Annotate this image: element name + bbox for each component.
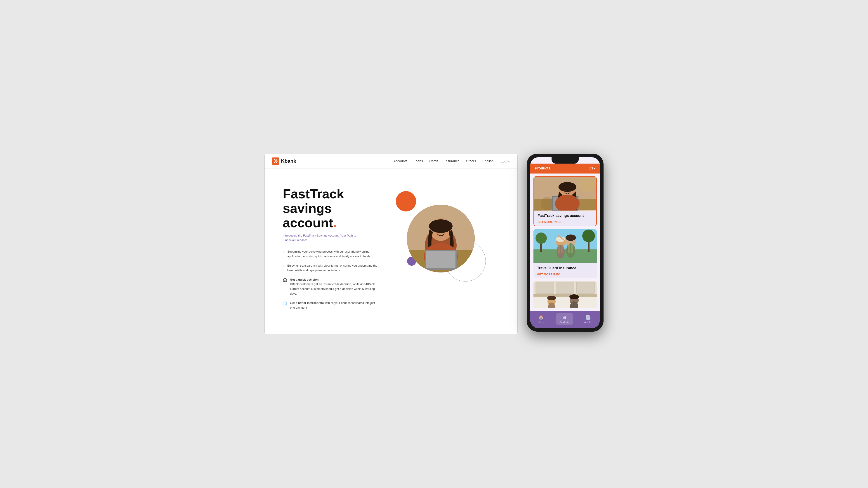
svg-rect-24 [533,250,597,263]
kbank-logo-icon [272,158,279,165]
phone-screen: Products EN ▾ [530,157,600,328]
svg-rect-37 [568,245,570,253]
svg-rect-8 [426,251,456,268]
home-icon: 🏠 [538,315,544,320]
chevron-down-icon: ▾ [594,166,595,170]
card-title-fasttrack: FastTrack savings account [537,214,593,218]
phone-notch [552,157,579,164]
nav-item-english[interactable]: English [483,159,493,163]
hero-subtitle: Introducing the FastTrack Savings Accoun… [283,233,378,242]
nav-bar: Kbank Accounts Loans Cards Insurance Oth… [265,154,518,168]
svg-point-31 [557,245,565,258]
svg-point-49 [569,294,579,299]
svg-point-36 [566,243,575,258]
svg-rect-43 [577,282,594,293]
chart-icon: 📊 [283,301,287,305]
nav-links: Accounts Loans Cards Insurance Others En… [394,159,494,163]
nav-tab-products-label: Products [559,321,569,324]
hero-image-area [378,182,504,295]
articles-icon: 📄 [585,315,591,320]
svg-point-35 [565,234,576,241]
hero-title: FastTrack savings account. [283,187,378,230]
svg-point-9 [436,229,439,232]
feature-list: ↓ Streamline your borrowing process with… [283,250,378,310]
phone-header: Products EN ▾ [530,164,600,173]
hero-image-woman [407,205,475,272]
website-panel: Kbank Accounts Loans Cards Insurance Oth… [265,154,518,334]
nav-item-loans[interactable]: Loans [414,159,423,163]
nav-item-accounts[interactable]: Accounts [394,159,408,163]
product-image-travelguard [533,229,597,263]
phone-products-title: Products [535,166,550,170]
feature-item-4: 📊 Get a better interest rate with all yo… [283,301,378,310]
arrow-down-icon-1: ↓ [283,250,285,254]
phone-lang-selector[interactable]: EN ▾ [589,166,595,170]
arrow-down-icon-2: ↓ [283,264,285,268]
svg-point-46 [547,296,556,300]
card-body-fasttrack: FastTrack savings account GET MORE INFO [534,210,596,226]
nav-item-others[interactable]: Others [466,159,476,163]
nav-tab-articles-label: Articles [584,321,592,324]
nav-item-insurance[interactable]: Insurance [445,159,460,163]
svg-rect-42 [556,282,574,293]
feature-item-2: ↓ Enjoy full transparency with clear ter… [283,263,378,273]
nav-tab-products[interactable]: ⊞ Products [556,313,573,325]
page-wrapper: Kbank Accounts Loans Cards Insurance Oth… [265,154,603,334]
svg-point-10 [443,229,445,232]
product-image-fasttrack [534,177,596,210]
feature-text-3: Get a quick decisionKBank customers get … [290,278,378,296]
svg-point-21 [569,190,570,192]
phone-content: FastTrack savings account GET MORE INFO [530,173,600,311]
logo-container: Kbank [272,158,296,165]
phone-frame: Products EN ▾ [527,154,603,332]
card-title-travelguard: TravelGuard Insurance [537,266,593,270]
svg-point-20 [564,190,566,192]
feature-item-3: 🎧 Get a quick decisionKBank customers ge… [283,278,378,296]
product-card-homeloan[interactable] [533,281,597,308]
nav-item-cards[interactable]: Cards [429,159,438,163]
svg-rect-44 [533,294,597,297]
nav-tab-home[interactable]: 🏠 Home [534,313,548,325]
feature-item-1: ↓ Streamline your borrowing process with… [283,250,378,259]
svg-point-28 [582,230,595,242]
logo-text: Kbank [281,158,296,164]
hero-content: FastTrack savings account. Introducing t… [283,182,378,310]
feature-text-1: Streamline your borrowing process with o… [287,250,378,259]
card-cta-fasttrack[interactable]: GET MORE INFO [537,221,593,224]
card-body-travelguard: TravelGuard Insurance GET MORE INFO [533,263,597,278]
svg-point-18 [558,182,576,192]
woman-laptop-illustration [407,205,475,272]
svg-rect-41 [536,282,554,293]
travel-img-svg [533,229,597,263]
nav-tab-home-label: Home [538,321,544,324]
feature-text-4: Get a better interest rate with all your… [290,301,378,310]
products-icon: ⊞ [562,315,566,320]
mobile-panel: Products EN ▾ [527,154,603,332]
card-cta-travelguard[interactable]: GET MORE INFO [537,273,593,276]
phone-bottom-nav: 🏠 Home ⊞ Products 📄 Articles [530,311,600,328]
product-card-fasttrack[interactable]: FastTrack savings account GET MORE INFO [533,176,597,226]
product-image-homeloan [533,281,597,308]
headset-icon: 🎧 [283,278,287,282]
svg-rect-38 [571,245,573,253]
svg-rect-32 [558,246,560,253]
svg-point-26 [535,232,547,244]
nav-tab-articles[interactable]: 📄 Articles [581,313,596,325]
feature-text-2: Enjoy full transparency with clear terms… [287,263,378,273]
login-button[interactable]: Log In [501,159,510,163]
kitchen-img-svg [533,281,597,308]
svg-point-5 [429,219,453,233]
product-card-travelguard[interactable]: TravelGuard Insurance GET MORE INFO [533,229,597,278]
fasttrack-img-svg [534,177,596,210]
hero-section: FastTrack savings account. Introducing t… [265,168,518,327]
svg-rect-33 [561,246,563,253]
